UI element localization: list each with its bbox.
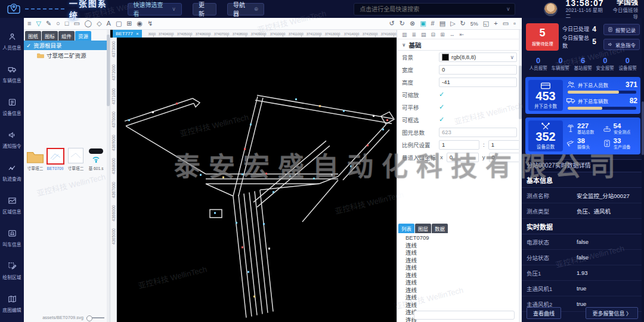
sidebar-item-basemap[interactable]: 底图编辑	[0, 287, 24, 320]
square-tool-icon[interactable]: □	[65, 20, 69, 27]
snapshot-icon[interactable]: ◉	[137, 20, 143, 27]
checkbox-checked-icon[interactable]: ✓	[439, 103, 444, 111]
list-item[interactable]: 连线	[397, 278, 522, 286]
fit-icon[interactable]: ◱	[483, 20, 489, 27]
play-icon[interactable]: ▷	[450, 20, 455, 27]
distribute-icon[interactable]: ↔	[450, 32, 455, 38]
move-icon[interactable]: +	[494, 20, 497, 27]
more-alarm-info-button[interactable]: 更多报警信息 〉	[586, 307, 638, 319]
circle-tool-icon[interactable]: ○	[56, 20, 60, 27]
region-select-icon[interactable]: ▣	[420, 20, 426, 27]
zoom-level[interactable]: 5%	[470, 21, 478, 27]
tab-list[interactable]: 列表	[398, 224, 414, 233]
rect-tool-icon[interactable]: ▭	[73, 20, 79, 27]
refresh-icon[interactable]: ↻	[460, 20, 466, 27]
height-input[interactable]: -41	[439, 78, 517, 87]
sidebar-item-vehicle[interactable]: 车辆信息	[0, 58, 24, 91]
thumbnail-size-slider[interactable]	[86, 317, 104, 318]
select-tool-icon[interactable]: ▽	[36, 20, 41, 27]
menu-icon[interactable]: ≡	[27, 20, 31, 27]
sidebar-item-device[interactable]: 设备信息	[0, 91, 24, 123]
entry-y-input[interactable]: 0	[489, 153, 521, 162]
scale-b-input[interactable]: 1	[488, 140, 522, 150]
tree-root-row[interactable]: ✓ 资源根目录	[24, 41, 110, 50]
card-total-card[interactable]: 453 井下总卡数 井下总人员数 371 井下总车辆数 82	[525, 77, 640, 114]
list-item[interactable]: 连线	[397, 301, 522, 309]
stat-production-devices[interactable]: 33生产设备	[603, 137, 638, 150]
tree-folder-row[interactable]: 寸草塔二矿资源	[24, 50, 110, 60]
collapse-icon[interactable]: ⊟	[431, 32, 436, 38]
thumbnail-bet0709-selected[interactable]: BET0709	[46, 148, 64, 171]
device-total-card[interactable]: 352 设备总数 227基站总数 54安全测点 38摄像头 3	[525, 117, 640, 154]
ellipse-tool-icon[interactable]: ◯	[85, 20, 92, 27]
stat-device-alarm[interactable]: 0设备报警	[617, 56, 639, 72]
global-search[interactable]: ∨	[354, 3, 515, 16]
save-icon[interactable]: ⊞	[126, 20, 132, 27]
resource-scrollbar[interactable]	[107, 30, 110, 322]
sidebar-item-callcar[interactable]: 叫车信息	[0, 222, 24, 255]
checkbox-checked-icon[interactable]: ✓	[439, 116, 444, 123]
expand-icon[interactable]: ⊞	[440, 32, 445, 38]
stat-basestation-alarm[interactable]: 6基站报警	[572, 56, 594, 72]
save2-icon[interactable]: ▤	[439, 20, 445, 27]
stats-scrollbar[interactable]	[642, 18, 644, 322]
navigator-button[interactable]: 导航器 ⊕	[227, 3, 264, 16]
emergency-command-button[interactable]: 紧急指令	[603, 39, 640, 50]
connector-icon[interactable]: ↯	[147, 20, 153, 27]
align-rows-icon[interactable]: ≣	[412, 32, 417, 38]
window2-icon[interactable]: ▫	[513, 20, 516, 27]
sidebar-item-personnel[interactable]: 人员信息	[0, 25, 24, 58]
list-item[interactable]: 连线	[397, 264, 522, 271]
grid-icon[interactable]: #	[431, 20, 435, 27]
stat-safety-points[interactable]: 54安全测点	[603, 122, 638, 135]
list-item[interactable]: 连线	[397, 249, 522, 256]
section-basic[interactable]: ∨ 基础	[397, 39, 522, 51]
checkbox-checked-icon[interactable]: ✓	[439, 91, 444, 98]
list-item[interactable]: 连线	[397, 271, 522, 279]
tab-icons[interactable]: 图标	[42, 31, 58, 41]
pending-alarm-card[interactable]: 5 报警待处理	[526, 23, 559, 51]
canvas-tab-bet777[interactable]: BET777 ×	[113, 30, 142, 38]
stat-vehicle-alarm[interactable]: 0车辆报警	[549, 56, 571, 72]
list-item[interactable]: 连线	[397, 293, 522, 301]
align-left-icon[interactable]: ▥	[402, 32, 407, 38]
sidebar-item-drawregion[interactable]: 绘制区域	[0, 255, 24, 287]
thumbnail-cctII[interactable]: 寸草塔二	[67, 148, 85, 171]
entry-x-input[interactable]: 0	[447, 153, 479, 162]
quick-filter-button[interactable]: 快速筛选查看 ∨	[128, 3, 182, 16]
total-input[interactable]: 623	[439, 128, 517, 137]
polygon-tool-icon[interactable]: ◇	[97, 20, 101, 27]
stat-safety-alarm[interactable]: 0安全报警	[594, 56, 616, 72]
list-item[interactable]: 连线	[397, 256, 522, 264]
tab-close-icon[interactable]: ×	[136, 31, 139, 36]
text-tool-icon[interactable]: A	[107, 20, 111, 27]
tab-data[interactable]: 数据	[432, 224, 448, 233]
tab-drawings[interactable]: 图纸	[25, 31, 41, 41]
tab-layers[interactable]: 图层	[415, 224, 431, 233]
tab-components[interactable]: 组件	[58, 31, 75, 41]
user-avatar[interactable]	[544, 2, 558, 16]
stat-cameras[interactable]: 38摄像头	[566, 137, 602, 150]
scale-a-input[interactable]: 1	[439, 140, 479, 150]
pen-tool-icon[interactable]: ✎	[46, 20, 51, 27]
window-icon[interactable]: ▭	[503, 20, 509, 27]
list-item[interactable]: 连线	[397, 242, 522, 249]
props-footer-input[interactable]	[414, 311, 515, 320]
width-input[interactable]: 0	[439, 65, 517, 75]
undo-icon[interactable]: ↺	[389, 20, 395, 27]
redo-icon[interactable]: ↻	[400, 20, 405, 27]
screen-icon[interactable]: ▢	[116, 20, 122, 27]
mine-map[interactable]	[116, 38, 397, 322]
dock-icon[interactable]: ⇤	[460, 32, 465, 38]
list-item[interactable]: BET0709	[397, 234, 522, 242]
thumbnail-folder[interactable]: 寸草塔二	[26, 150, 44, 171]
sidebar-item-track[interactable]: 轨迹查询	[0, 156, 24, 189]
align-top-icon[interactable]: ▤	[421, 32, 426, 38]
sidebar-item-area[interactable]: 区域信息	[0, 189, 24, 222]
global-search-input[interactable]	[358, 5, 506, 13]
erase-icon[interactable]: ⊗	[410, 20, 415, 27]
tab-resources[interactable]: 资源	[75, 31, 91, 41]
stat-basestation-total[interactable]: 227基站总数	[566, 122, 602, 135]
stat-personnel-alarm[interactable]: 0人员报警	[527, 56, 549, 72]
list-item[interactable]: 连线	[397, 286, 522, 294]
